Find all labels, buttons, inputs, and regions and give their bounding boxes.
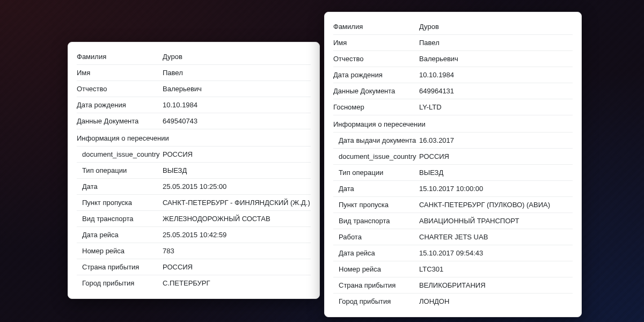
value-dest-city: С.ПЕТЕРБУРГ (163, 279, 311, 287)
value-flight-date: 15.10.2017 09:54:43 (419, 249, 573, 257)
label-patronymic: Отчество (333, 55, 419, 63)
field-patronymic: Отчество Валерьевич (77, 81, 311, 97)
crossing-details: Дата выдачи документа 16.03.2017 documen… (333, 133, 573, 309)
field-date: Дата 25.05.2015 10:25:00 (77, 179, 311, 195)
value-dob: 10.10.1984 (163, 101, 311, 109)
field-doc-issue-country: document_issue_country РОССИЯ (77, 147, 311, 163)
label-doc-data: Данные Документа (333, 87, 419, 95)
label-surname: Фамилия (333, 23, 419, 31)
value-flight-no: LTC301 (419, 265, 573, 273)
field-work: Работа CHARTER JETS UAB (333, 229, 573, 245)
value-patronymic: Валерьевич (419, 55, 573, 63)
field-dob: Дата рождения 10.10.1984 (77, 97, 311, 113)
label-flight-date: Дата рейса (339, 249, 419, 257)
label-op-type: Тип операции (82, 166, 163, 174)
label-surname: Фамилия (77, 53, 163, 61)
field-doc-issue-date: Дата выдачи документа 16.03.2017 (333, 133, 573, 149)
value-op-type: ВЫЕЗД (419, 169, 573, 177)
field-flight-no: Номер рейса LTC301 (333, 261, 573, 277)
label-date: Дата (82, 182, 163, 191)
value-transport: ЖЕЛЕЗНОДОРОЖНЫЙ СОСТАВ (163, 215, 311, 223)
value-dest-city: ЛОНДОН (419, 297, 573, 305)
value-date: 15.10.2017 10:00:00 (419, 185, 573, 193)
field-dob: Дата рождения 10.10.1984 (333, 67, 573, 83)
section-crossing-info: Информация о пересечении (333, 115, 573, 133)
label-plate: Госномер (333, 103, 419, 111)
label-dest-country: Страна прибытия (82, 263, 163, 271)
value-dest-country: РОССИЯ (163, 263, 311, 271)
label-flight-date: Дата рейса (82, 231, 163, 239)
field-date: Дата 15.10.2017 10:00:00 (333, 181, 573, 197)
field-op-type: Тип операции ВЫЕЗД (333, 165, 573, 181)
field-name: Имя Павел (77, 65, 311, 81)
label-doc-issue-date: Дата выдачи документа (339, 136, 419, 144)
field-name: Имя Павел (333, 35, 573, 51)
label-dob: Дата рождения (77, 101, 163, 109)
value-doc-data: 649540743 (163, 117, 311, 125)
label-flight-no: Номер рейса (339, 265, 419, 273)
field-checkpoint: Пункт пропуска САНКТ-ПЕТЕРБУРГ (ПУЛКОВО)… (333, 197, 573, 213)
value-doc-issue-country: РОССИЯ (419, 152, 573, 160)
field-checkpoint: Пункт пропуска САНКТ-ПЕТЕРБУРГ - ФИНЛЯНД… (77, 195, 311, 211)
label-work: Работа (339, 233, 419, 241)
label-flight-no: Номер рейса (82, 247, 163, 255)
field-surname: Фамилия Дуров (333, 19, 573, 35)
value-flight-date: 25.05.2015 10:42:59 (163, 231, 311, 239)
label-patronymic: Отчество (77, 85, 163, 93)
field-plate: Госномер LY-LTD (333, 99, 573, 115)
label-name: Имя (333, 39, 419, 47)
label-checkpoint: Пункт пропуска (82, 199, 163, 207)
value-surname: Дуров (163, 53, 311, 61)
field-transport: Вид транспорта ЖЕЛЕЗНОДОРОЖНЫЙ СОСТАВ (77, 211, 311, 227)
field-op-type: Тип операции ВЫЕЗД (77, 163, 311, 179)
record-card-left: Фамилия Дуров Имя Павел Отчество Валерье… (68, 42, 320, 299)
value-flight-no: 783 (163, 247, 311, 255)
crossing-details: document_issue_country РОССИЯ Тип операц… (77, 147, 311, 291)
value-work: CHARTER JETS UAB (419, 233, 573, 241)
label-doc-issue-country: document_issue_country (339, 152, 419, 160)
label-doc-data: Данные Документа (77, 117, 163, 125)
label-op-type: Тип операции (339, 169, 419, 177)
label-dest-city: Город прибытия (82, 279, 163, 287)
label-checkpoint: Пункт пропуска (339, 201, 419, 209)
value-checkpoint: САНКТ-ПЕТЕРБУРГ - ФИНЛЯНДСКИЙ (Ж.Д.) (163, 199, 311, 207)
field-dest-city: Город прибытия ЛОНДОН (333, 294, 573, 309)
field-dest-city: Город прибытия С.ПЕТЕРБУРГ (77, 275, 311, 291)
label-dob: Дата рождения (333, 71, 419, 79)
field-transport: Вид транспорта АВИАЦИОННЫЙ ТРАНСПОРТ (333, 213, 573, 229)
label-transport: Вид транспорта (82, 215, 163, 223)
value-dest-country: ВЕЛИКОБРИТАНИЯ (419, 281, 573, 289)
field-doc-data: Данные Документа 649540743 (77, 113, 311, 129)
value-name: Павел (419, 39, 573, 47)
section-crossing-info: Информация о пересечении (77, 129, 311, 147)
field-flight-no: Номер рейса 783 (77, 243, 311, 259)
field-patronymic: Отчество Валерьевич (333, 51, 573, 67)
field-dest-country: Страна прибытия ВЕЛИКОБРИТАНИЯ (333, 277, 573, 294)
field-doc-data: Данные Документа 649964131 (333, 83, 573, 99)
label-dest-city: Город прибытия (339, 297, 419, 305)
value-plate: LY-LTD (419, 103, 573, 111)
value-name: Павел (163, 69, 311, 77)
label-dest-country: Страна прибытия (339, 281, 419, 289)
label-name: Имя (77, 69, 163, 77)
field-flight-date: Дата рейса 15.10.2017 09:54:43 (333, 245, 573, 261)
value-surname: Дуров (419, 23, 573, 31)
record-card-right: Фамилия Дуров Имя Павел Отчество Валерье… (324, 12, 582, 317)
field-flight-date: Дата рейса 25.05.2015 10:42:59 (77, 227, 311, 243)
value-doc-issue-country: РОССИЯ (163, 150, 311, 158)
value-doc-data: 649964131 (419, 87, 573, 95)
value-dob: 10.10.1984 (419, 71, 573, 79)
label-doc-issue-country: document_issue_country (82, 150, 163, 158)
value-op-type: ВЫЕЗД (163, 166, 311, 174)
value-transport: АВИАЦИОННЫЙ ТРАНСПОРТ (419, 217, 573, 225)
label-date: Дата (339, 185, 419, 193)
value-doc-issue-date: 16.03.2017 (419, 136, 573, 144)
field-doc-issue-country: document_issue_country РОССИЯ (333, 149, 573, 165)
value-patronymic: Валерьевич (163, 85, 311, 93)
value-date: 25.05.2015 10:25:00 (163, 182, 311, 191)
value-checkpoint: САНКТ-ПЕТЕРБУРГ (ПУЛКОВО) (АВИА) (419, 201, 573, 209)
field-dest-country: Страна прибытия РОССИЯ (77, 259, 311, 275)
label-transport: Вид транспорта (339, 217, 419, 225)
field-surname: Фамилия Дуров (77, 49, 311, 65)
